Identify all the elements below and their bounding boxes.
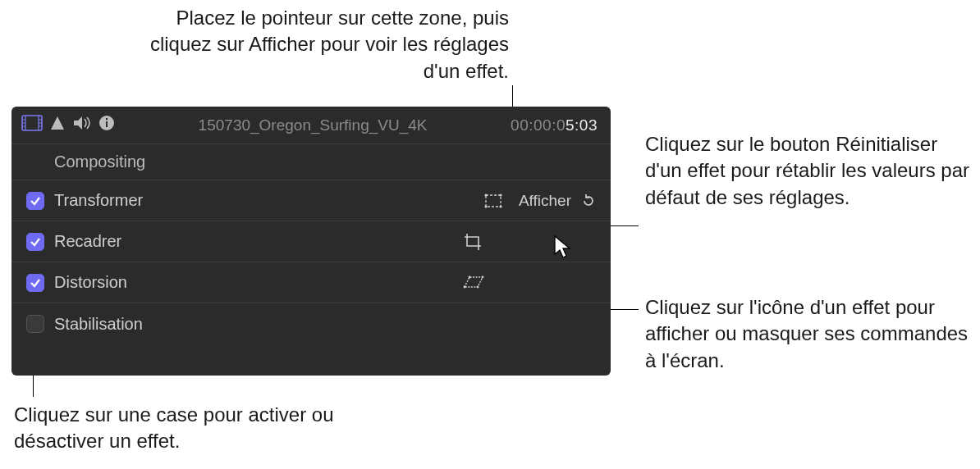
color-tab-icon[interactable] — [49, 115, 66, 135]
callout-icon: Cliquez sur l'icône d'un effet pour affi… — [645, 294, 973, 374]
label-crop: Recadrer — [54, 232, 121, 251]
svg-point-15 — [484, 194, 487, 196]
svg-point-23 — [477, 285, 479, 288]
svg-point-17 — [484, 205, 487, 207]
svg-point-18 — [499, 205, 501, 207]
distort-onscreen-icon[interactable] — [463, 274, 484, 292]
timecode-suffix: 5:03 — [566, 116, 598, 134]
effect-row-crop[interactable]: Recadrer — [11, 221, 611, 262]
show-toggle[interactable]: Afficher — [519, 192, 571, 210]
panel-header: 150730_Oregon_Surfing_VU_4K 00:00:05:03 — [11, 107, 611, 143]
video-tab-icon[interactable] — [21, 115, 43, 135]
label-transform: Transformer — [54, 191, 143, 210]
svg-point-16 — [499, 194, 501, 196]
callout-checkbox: Cliquez sur une case pour activer ou dés… — [14, 402, 424, 455]
checkbox-distort[interactable] — [26, 274, 44, 292]
timecode-prefix: 00:00:0 — [511, 116, 566, 134]
effect-row-distort[interactable]: Distorsion — [11, 262, 611, 303]
section-compositing: Compositing — [11, 143, 611, 180]
checkbox-stabilize[interactable] — [26, 315, 44, 333]
label-distort: Distorsion — [54, 273, 127, 292]
svg-marker-19 — [465, 277, 483, 287]
info-tab-icon[interactable] — [98, 115, 115, 135]
transform-onscreen-icon[interactable] — [483, 192, 504, 210]
svg-rect-14 — [486, 195, 501, 207]
crop-onscreen-icon[interactable] — [463, 233, 484, 251]
svg-point-22 — [482, 275, 484, 278]
callout-reset: Cliquez sur le bouton Réinitialiser d'un… — [645, 131, 973, 211]
callout-top: Placez le pointeur sur cette zone, puis … — [131, 5, 509, 84]
clip-name: 150730_Oregon_Surfing_VU_4K — [125, 116, 501, 134]
audio-tab-icon[interactable] — [72, 115, 92, 135]
svg-point-20 — [464, 285, 466, 288]
panel-tabs — [21, 115, 115, 135]
svg-marker-9 — [51, 116, 64, 130]
svg-point-21 — [469, 275, 471, 278]
inspector-panel: 150730_Oregon_Surfing_VU_4K 00:00:05:03 … — [11, 107, 611, 376]
svg-rect-13 — [106, 118, 108, 120]
label-stabilize: Stabilisation — [54, 315, 143, 334]
checkbox-transform[interactable] — [26, 192, 44, 210]
timecode: 00:00:05:03 — [511, 116, 598, 134]
svg-rect-12 — [106, 121, 108, 127]
effect-row-transform[interactable]: Transformer Afficher — [11, 180, 611, 221]
svg-marker-10 — [74, 116, 82, 130]
reset-button[interactable] — [579, 192, 598, 210]
effect-row-stabilize[interactable]: Stabilisation — [11, 303, 611, 344]
checkbox-crop[interactable] — [26, 233, 44, 251]
